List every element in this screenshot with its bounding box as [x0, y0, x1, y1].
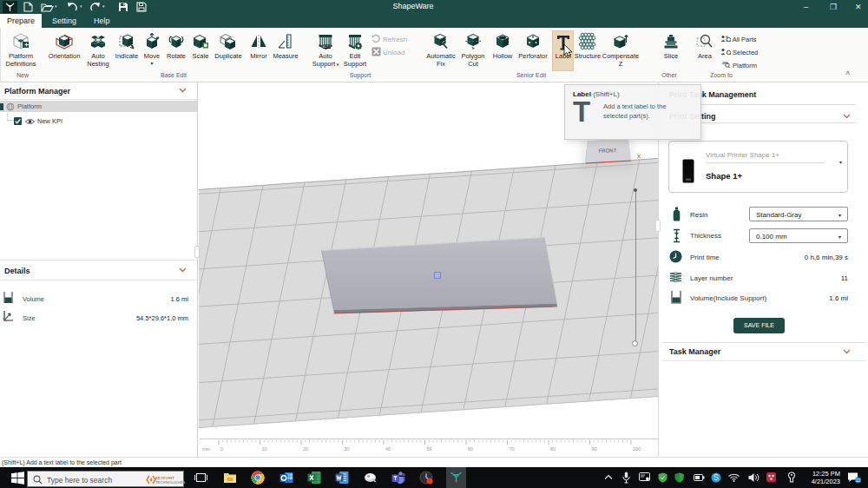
svg-text:10: 10: [262, 446, 267, 452]
svg-text:FRONT: FRONT: [598, 148, 616, 154]
svg-text:30: 30: [345, 446, 350, 452]
svg-text:100: 100: [633, 446, 641, 452]
svg-text:70: 70: [510, 446, 515, 452]
svg-text:40: 40: [385, 446, 391, 452]
svg-text:50: 50: [427, 446, 432, 452]
svg-text:22: 22: [855, 478, 860, 483]
svg-text:mm: mm: [202, 446, 211, 452]
svg-text:20: 20: [303, 446, 308, 452]
svg-text:80: 80: [550, 446, 556, 452]
svg-text:90: 90: [592, 446, 597, 452]
svg-text:0: 0: [220, 446, 223, 452]
svg-text:AUTO: AUTO: [323, 45, 331, 49]
svg-text:60: 60: [468, 446, 473, 452]
